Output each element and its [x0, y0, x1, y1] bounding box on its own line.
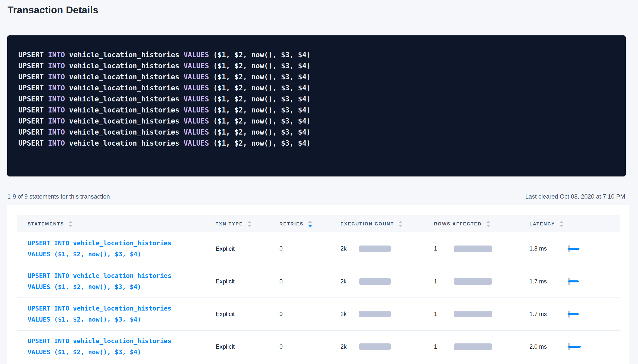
sort-asc-icon[interactable] — [560, 221, 564, 223]
sql-text: ($1, $2, now(), $3, $4) — [213, 51, 311, 59]
sql-text: ($1, $2, now(), $3, $4) — [213, 73, 311, 81]
statements-count-text: 1-9 of 9 statements for this transaction — [7, 193, 110, 200]
table-row: UPSERT INTO vehicle_location_historiesVA… — [17, 330, 620, 363]
sql-text: vehicle_location_histories — [69, 106, 183, 114]
sort-desc-icon[interactable] — [308, 225, 312, 227]
execution-count-metric: 2k — [340, 245, 423, 252]
rows-affected-bar — [454, 311, 492, 317]
sql-keyword: INTO — [48, 62, 69, 70]
sort-icons — [399, 221, 403, 227]
statement-link[interactable]: UPSERT INTO vehicle_location_historiesVA… — [28, 303, 205, 325]
retries-cell: 0 — [269, 330, 330, 363]
column-label-rows-affected: ROWS AFFECTED — [434, 221, 482, 227]
statement-line-2: VALUES ($1, $2, now(), $3, $4) — [28, 347, 205, 358]
sql-keyword: VALUES — [183, 51, 213, 59]
latency-metric: 2.0 ms — [529, 343, 620, 350]
execution-count-cell: 2k — [330, 232, 423, 265]
execution-count-bar — [359, 311, 391, 317]
execution-count-bar — [359, 343, 391, 350]
execution-count-cell: 2k — [330, 298, 423, 330]
statement-link[interactable]: UPSERT INTO vehicle_location_historiesVA… — [28, 238, 205, 260]
statement-link[interactable]: UPSERT INTO vehicle_location_historiesVA… — [28, 336, 205, 358]
sort-desc-icon[interactable] — [560, 225, 564, 227]
sql-keyword: INTO — [48, 128, 69, 136]
sql-line: UPSERT INTO vehicle_location_histories V… — [18, 127, 616, 138]
sort-desc-icon[interactable] — [486, 225, 490, 227]
execution-count-value: 2k — [340, 343, 359, 350]
statement-line-2: VALUES ($1, $2, now(), $3, $4) — [28, 249, 205, 260]
rows-affected-cell: 1 — [423, 330, 519, 363]
latency-metric: 1.7 ms — [529, 278, 620, 285]
execution-count-value: 2k — [340, 311, 359, 318]
sql-text: UPSERT — [18, 62, 48, 70]
sql-keyword: INTO — [48, 106, 69, 114]
rows-affected-cell: 1 — [423, 265, 519, 298]
sort-desc-icon[interactable] — [248, 225, 252, 227]
execution-count-value: 2k — [340, 278, 359, 285]
sql-statements-box: UPSERT INTO vehicle_location_histories V… — [7, 35, 626, 176]
sql-text: UPSERT — [18, 51, 48, 59]
statement-line-1: UPSERT INTO vehicle_location_histories — [28, 238, 205, 249]
sort-asc-icon[interactable] — [69, 221, 73, 223]
sql-keyword: VALUES — [183, 117, 213, 125]
sql-line: UPSERT INTO vehicle_location_histories V… — [18, 138, 616, 149]
sort-asc-icon[interactable] — [308, 221, 312, 223]
statement-line-2: VALUES ($1, $2, now(), $3, $4) — [28, 314, 205, 325]
column-header-execution-count[interactable]: EXECUTION COUNT — [340, 221, 403, 227]
sql-text: UPSERT — [18, 73, 48, 81]
table-row: UPSERT INTO vehicle_location_historiesVA… — [17, 232, 620, 265]
sql-keyword: VALUES — [183, 95, 213, 103]
sort-desc-icon[interactable] — [69, 225, 73, 227]
latency-cell: 1.8 ms — [519, 232, 620, 265]
sort-icons — [248, 221, 252, 227]
rows-affected-value: 1 — [434, 311, 454, 318]
column-header-cell-statements: STATEMENTS — [17, 215, 205, 232]
statement-line-1: UPSERT INTO vehicle_location_histories — [28, 336, 205, 347]
column-header-statements[interactable]: STATEMENTS — [28, 221, 73, 227]
sql-text: UPSERT — [18, 95, 48, 103]
rows-affected-bar — [454, 246, 492, 252]
retries-value: 0 — [279, 343, 283, 350]
sql-text: vehicle_location_histories — [69, 73, 183, 81]
retries-cell: 0 — [269, 265, 330, 298]
column-header-rows-affected[interactable]: ROWS AFFECTED — [434, 221, 490, 227]
sql-text: vehicle_location_histories — [69, 62, 183, 70]
statement-link[interactable]: UPSERT INTO vehicle_location_historiesVA… — [28, 270, 205, 292]
sql-line: UPSERT INTO vehicle_location_histories V… — [18, 49, 616, 60]
retries-value: 0 — [279, 311, 283, 317]
retries-cell: 0 — [269, 298, 330, 330]
sql-keyword: INTO — [48, 139, 69, 147]
column-label-latency: LATENCY — [529, 221, 555, 227]
sql-line: UPSERT INTO vehicle_location_histories V… — [18, 105, 616, 116]
sql-line: UPSERT INTO vehicle_location_histories V… — [18, 94, 616, 105]
column-header-latency[interactable]: LATENCY — [529, 221, 564, 227]
sql-line: UPSERT INTO vehicle_location_histories V… — [18, 116, 616, 127]
execution-count-bar — [359, 246, 391, 252]
sort-desc-icon[interactable] — [399, 225, 403, 227]
sort-asc-icon[interactable] — [486, 221, 490, 223]
sort-icons — [560, 221, 564, 227]
latency-cell: 2.0 ms — [519, 330, 620, 363]
sort-asc-icon[interactable] — [248, 221, 252, 223]
column-header-txn-type[interactable]: TXN TYPE — [216, 221, 252, 227]
statement-line-2: VALUES ($1, $2, now(), $3, $4) — [28, 281, 205, 292]
sql-text: ($1, $2, now(), $3, $4) — [213, 84, 311, 92]
sql-text: vehicle_location_histories — [69, 128, 183, 136]
sql-text: vehicle_location_histories — [69, 95, 183, 103]
retries-value: 0 — [279, 245, 283, 252]
column-label-statements: STATEMENTS — [28, 221, 64, 227]
sort-asc-icon[interactable] — [399, 221, 403, 223]
rows-affected-metric: 1 — [434, 245, 519, 252]
rows-affected-bar — [454, 343, 492, 350]
txn-type-value: Explicit — [216, 278, 235, 285]
execution-count-metric: 2k — [340, 343, 423, 350]
statements-table: STATEMENTSTXN TYPERETRIESEXECUTION COUNT… — [17, 215, 620, 363]
column-header-retries[interactable]: RETRIES — [279, 221, 312, 227]
latency-cell: 1.7 ms — [519, 298, 620, 330]
sql-keyword: INTO — [48, 95, 69, 103]
statements-table-card: STATEMENTSTXN TYPERETRIESEXECUTION COUNT… — [7, 205, 629, 364]
column-header-cell-rows-affected: ROWS AFFECTED — [423, 215, 519, 232]
rows-affected-cell: 1 — [423, 232, 519, 265]
latency-bar — [568, 313, 579, 315]
execution-count-bar — [359, 278, 391, 285]
